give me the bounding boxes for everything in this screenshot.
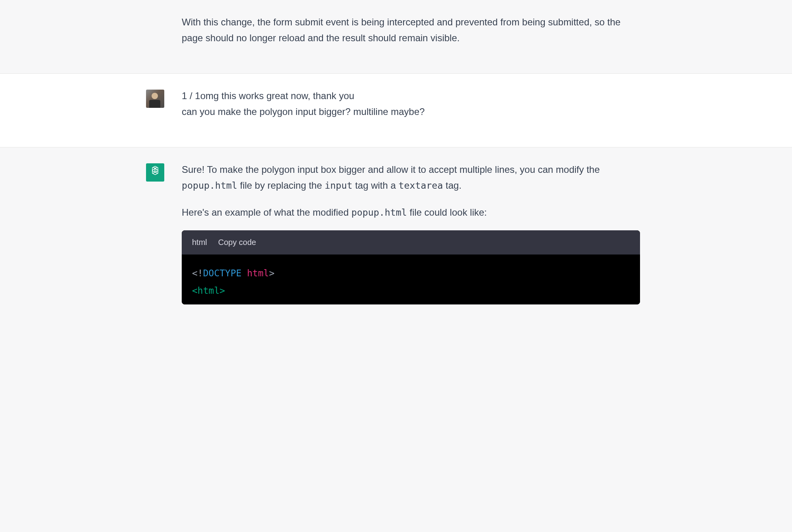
code-popup-html-1: popup.html — [182, 180, 237, 191]
message-counter: 1 / 1 — [182, 90, 200, 101]
code-line-1: <!DOCTYPE html> — [192, 268, 275, 278]
code-input: input — [325, 180, 352, 191]
copy-code-button[interactable]: Copy code — [218, 236, 256, 249]
assistant-message-prev: With this change, the form submit event … — [0, 0, 792, 74]
assistant-prev-text: With this change, the form submit event … — [182, 14, 640, 46]
code-block-header: html Copy code — [182, 230, 640, 255]
code-block-body: <!DOCTYPE html> <html> — [182, 255, 640, 304]
code-block: html Copy code <!DOCTYPE html> <html> — [182, 230, 640, 304]
assistant-message: Sure! To make the polygon input box bigg… — [0, 147, 792, 304]
assistant-paragraph-2: Here's an example of what the modified p… — [182, 205, 640, 220]
user-line-2: can you make the polygon input bigger? m… — [182, 104, 640, 120]
code-popup-html-2: popup.html — [351, 207, 407, 218]
code-textarea: textarea — [398, 180, 443, 191]
code-line-2: <html> — [192, 285, 225, 296]
openai-logo-icon — [149, 165, 161, 181]
user-line-1-text: omg this works great now, thank you — [200, 90, 354, 101]
user-line-1: 1 / 1omg this works great now, thank you — [182, 88, 640, 104]
assistant-avatar — [146, 163, 164, 182]
user-avatar — [146, 90, 164, 108]
code-language-label: html — [192, 236, 207, 249]
user-message: 1 / 1omg this works great now, thank you… — [0, 74, 792, 147]
assistant-paragraph-1: Sure! To make the polygon input box bigg… — [182, 162, 640, 193]
